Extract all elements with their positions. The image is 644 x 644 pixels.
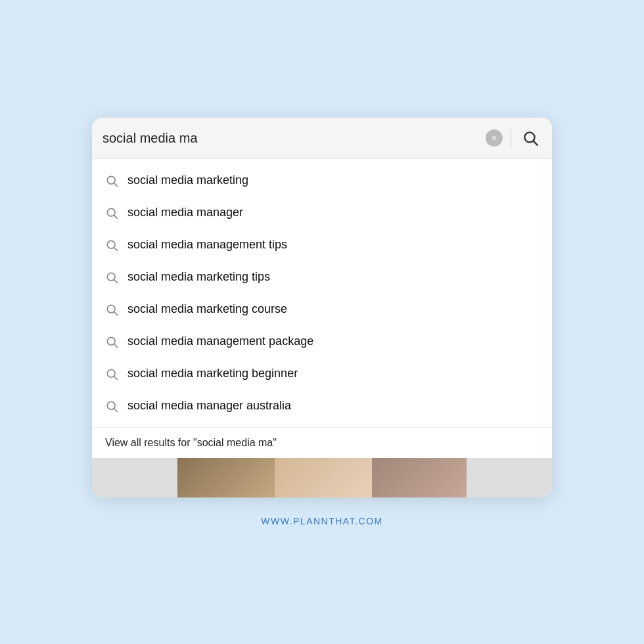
suggestions-list: social media marketing social media mana… bbox=[92, 159, 552, 427]
suggestion-item[interactable]: social media marketing bbox=[92, 164, 552, 196]
suggestion-item[interactable]: social media marketing beginner bbox=[92, 357, 552, 390]
svg-line-17 bbox=[114, 408, 118, 411]
suggestion-text: social media marketing course bbox=[127, 302, 287, 316]
suggestion-text: social media management tips bbox=[127, 238, 287, 252]
search-divider bbox=[511, 129, 511, 147]
svg-line-13 bbox=[114, 344, 118, 347]
svg-line-11 bbox=[114, 311, 118, 315]
view-all-text: View all results for "social media ma" bbox=[105, 437, 277, 448]
suggestion-text: social media marketing bbox=[127, 173, 248, 187]
suggestion-text: social media manager bbox=[127, 206, 243, 219]
suggestion-search-icon bbox=[105, 335, 118, 348]
suggestion-search-icon bbox=[105, 303, 118, 316]
search-button[interactable] bbox=[519, 127, 541, 149]
suggestion-text: social media manager australia bbox=[127, 399, 291, 413]
suggestion-item[interactable]: social media management package bbox=[92, 325, 552, 357]
search-input[interactable] bbox=[103, 131, 480, 146]
suggestion-item[interactable]: social media manager australia bbox=[92, 390, 552, 422]
clear-icon: × bbox=[492, 133, 497, 143]
footer-url: WWW.PLANNTHAT.COM bbox=[261, 516, 382, 526]
svg-line-9 bbox=[114, 279, 118, 283]
suggestion-search-icon bbox=[105, 400, 118, 413]
suggestion-item[interactable]: social media management tips bbox=[92, 229, 552, 261]
search-widget: × social media marketing bbox=[92, 118, 552, 497]
suggestion-search-icon bbox=[105, 239, 118, 252]
clear-button[interactable]: × bbox=[486, 129, 503, 147]
suggestion-search-icon bbox=[105, 206, 118, 219]
svg-line-15 bbox=[114, 376, 118, 379]
search-icon bbox=[522, 129, 539, 147]
suggestion-search-icon bbox=[105, 367, 118, 380]
search-bar: × bbox=[92, 118, 552, 159]
preview-strip bbox=[92, 458, 552, 497]
view-all-row[interactable]: View all results for "social media ma" bbox=[92, 427, 552, 458]
suggestion-text: social media management package bbox=[127, 334, 313, 348]
svg-line-3 bbox=[114, 183, 118, 186]
suggestion-item[interactable]: social media marketing tips bbox=[92, 261, 552, 293]
suggestion-text: social media marketing tips bbox=[127, 270, 270, 284]
svg-line-7 bbox=[114, 247, 118, 250]
suggestion-item[interactable]: social media manager bbox=[92, 196, 552, 229]
suggestion-text: social media marketing beginner bbox=[127, 367, 298, 380]
suggestion-search-icon bbox=[105, 271, 118, 284]
preview-images bbox=[177, 458, 467, 497]
suggestion-search-icon bbox=[105, 174, 118, 187]
suggestion-item[interactable]: social media marketing course bbox=[92, 293, 552, 325]
main-container: × social media marketing bbox=[92, 118, 552, 526]
svg-line-5 bbox=[114, 215, 118, 218]
preview-face-3 bbox=[372, 458, 467, 497]
svg-line-1 bbox=[534, 141, 538, 145]
preview-face-1 bbox=[177, 458, 275, 497]
preview-face-2 bbox=[275, 458, 372, 497]
